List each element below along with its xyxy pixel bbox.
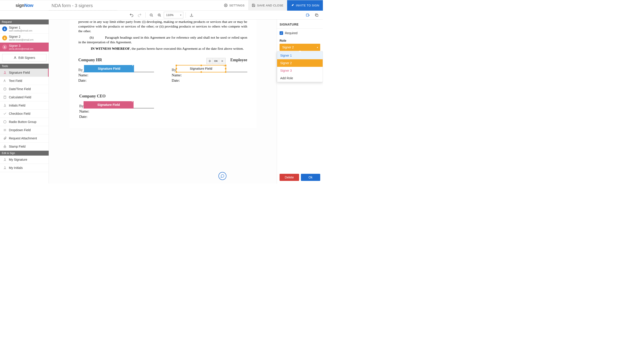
signer-item-2[interactable]: Signer 2 daniel.lowe@email.em bbox=[0, 34, 49, 42]
svg-rect-8 bbox=[306, 14, 309, 16]
heading-company-hr: Company HR bbox=[78, 58, 154, 62]
user-icon bbox=[2, 36, 7, 40]
invite-to-sign-button[interactable]: INVITE TO SIGN bbox=[287, 0, 323, 11]
role-option-signer1[interactable]: Signer 1 bbox=[277, 52, 323, 59]
label-date: Date: bbox=[79, 114, 154, 119]
signature-field-hr[interactable]: Signature Field* bbox=[84, 65, 134, 72]
svg-point-11 bbox=[4, 37, 5, 38]
zoom-out-button[interactable] bbox=[148, 12, 155, 19]
initials-icon bbox=[3, 104, 7, 107]
save-icon bbox=[252, 4, 255, 7]
tool-dropdown-field[interactable]: Dropdown Field bbox=[0, 126, 49, 134]
role-option-signer3[interactable]: Signer 3 bbox=[277, 67, 323, 74]
required-label: Required bbox=[285, 31, 298, 35]
edit-signers-button[interactable]: Edit Signers bbox=[2, 54, 47, 62]
svg-point-0 bbox=[225, 5, 226, 6]
brand-logo: signNow bbox=[0, 3, 49, 8]
doc-paragraph: prevent or in any way limit either party… bbox=[78, 20, 247, 34]
signer-item-3[interactable]: Signer 3 anna.stone@email.em bbox=[0, 42, 49, 52]
move-handle-icon[interactable] bbox=[207, 58, 213, 64]
required-checkbox[interactable] bbox=[280, 31, 283, 35]
svg-point-12 bbox=[4, 46, 5, 47]
section-editsign-header: Edit & Sign bbox=[0, 151, 49, 156]
label-name: Name: bbox=[172, 73, 247, 78]
signature-icon bbox=[3, 158, 7, 161]
save-and-close-button[interactable]: SAVE AND CLOSE bbox=[248, 0, 287, 11]
tool-stamp-field[interactable]: Stamp Field bbox=[0, 142, 49, 151]
field-ok-button[interactable]: OK bbox=[213, 58, 219, 64]
conditional-fields-icon[interactable] bbox=[304, 12, 311, 19]
redo-button[interactable] bbox=[136, 12, 143, 19]
user-icon bbox=[14, 56, 17, 59]
zoom-in-button[interactable] bbox=[156, 12, 163, 19]
label-by: By bbox=[79, 104, 84, 108]
label-name: Name: bbox=[78, 73, 154, 78]
feather-icon bbox=[291, 4, 294, 7]
tool-request-attachment[interactable]: Request Attachment bbox=[0, 134, 49, 142]
check-icon bbox=[3, 112, 7, 116]
role-select[interactable]: Signer 2 bbox=[280, 44, 320, 51]
field-mini-toolbar: OK bbox=[206, 58, 226, 64]
copy-stack-icon[interactable] bbox=[313, 12, 320, 19]
ok-button[interactable]: Ok bbox=[301, 174, 320, 181]
signature-field-ceo[interactable]: Signature Field* bbox=[84, 101, 134, 108]
user-icon bbox=[2, 26, 7, 31]
tool-my-initials[interactable]: My Initials bbox=[0, 164, 49, 172]
doc-paragraph: IN WITNESS WHEREOF, the parties hereto h… bbox=[78, 46, 247, 51]
undo-button[interactable] bbox=[128, 12, 135, 19]
signature-field-employee-selected[interactable]: OK Signature Field* bbox=[176, 65, 226, 72]
clock-icon bbox=[3, 87, 7, 91]
tool-initials-field[interactable]: Initials Field bbox=[0, 102, 49, 110]
label-date: Date: bbox=[172, 78, 247, 83]
tool-radio-button-group[interactable]: Radio Button Group bbox=[0, 118, 49, 126]
tool-calculated-field[interactable]: Calculated Field bbox=[0, 93, 49, 102]
tool-signature-field[interactable]: Signature Field bbox=[0, 68, 49, 77]
section-tools-header: Tools bbox=[0, 64, 49, 68]
heading-company-ceo: Company CEO bbox=[79, 94, 247, 98]
paperclip-icon bbox=[3, 136, 7, 140]
stamp-icon bbox=[3, 145, 7, 148]
gear-icon bbox=[224, 4, 228, 7]
signature-icon bbox=[3, 71, 7, 74]
text-icon bbox=[3, 79, 7, 82]
svg-line-2 bbox=[152, 16, 153, 17]
role-label: Role bbox=[277, 38, 323, 44]
field-close-button[interactable] bbox=[219, 58, 225, 64]
svg-point-10 bbox=[4, 28, 5, 29]
download-button[interactable] bbox=[188, 12, 195, 19]
signer-item-1[interactable]: Signer 1 sam.watts@email.em bbox=[0, 24, 49, 34]
svg-rect-15 bbox=[4, 96, 6, 98]
svg-rect-9 bbox=[316, 14, 318, 16]
signer-name: Signer 1 bbox=[9, 26, 32, 29]
svg-point-13 bbox=[15, 56, 16, 58]
role-option-add[interactable]: Add Role bbox=[277, 74, 323, 82]
svg-point-17 bbox=[4, 120, 6, 123]
role-dropdown: Signer 1 Signer 2 Signer 3 Add Role bbox=[277, 52, 323, 82]
tool-checkbox-field[interactable]: Checkbox Field bbox=[0, 110, 49, 118]
user-icon bbox=[2, 44, 7, 50]
list-icon bbox=[3, 128, 7, 132]
initials-icon bbox=[3, 166, 7, 170]
label-name: Name: bbox=[79, 109, 154, 114]
tool-datetime-field[interactable]: Date/Time Field bbox=[0, 85, 49, 93]
chat-support-button[interactable] bbox=[219, 172, 227, 180]
label-date: Date: bbox=[78, 78, 154, 83]
section-request-header: Request bbox=[0, 20, 49, 24]
label-by: By bbox=[78, 68, 83, 72]
delete-button[interactable]: Delete bbox=[280, 174, 299, 181]
panel-title: SIGNATURE bbox=[277, 20, 323, 29]
radio-icon bbox=[3, 120, 7, 124]
svg-line-5 bbox=[160, 16, 161, 17]
document-title-input[interactable]: NDA form - 3 signers bbox=[49, 1, 117, 10]
doc-paragraph: (h)Paragraph headings used in this Agree… bbox=[78, 35, 247, 44]
role-option-signer2[interactable]: Signer 2 bbox=[277, 59, 323, 67]
signer-name: Signer 2 bbox=[9, 35, 34, 38]
signer-email: daniel.lowe@email.em bbox=[9, 38, 34, 41]
tool-text-field[interactable]: Text Field bbox=[0, 77, 49, 85]
calculator-icon bbox=[3, 96, 7, 99]
settings-button[interactable]: SETTINGS bbox=[221, 0, 248, 11]
signer-name: Signer 3 bbox=[9, 44, 33, 48]
signer-email: anna.stone@email.em bbox=[9, 48, 33, 50]
tool-my-signature[interactable]: My Signature bbox=[0, 156, 49, 164]
zoom-select[interactable]: 110% bbox=[164, 12, 183, 18]
